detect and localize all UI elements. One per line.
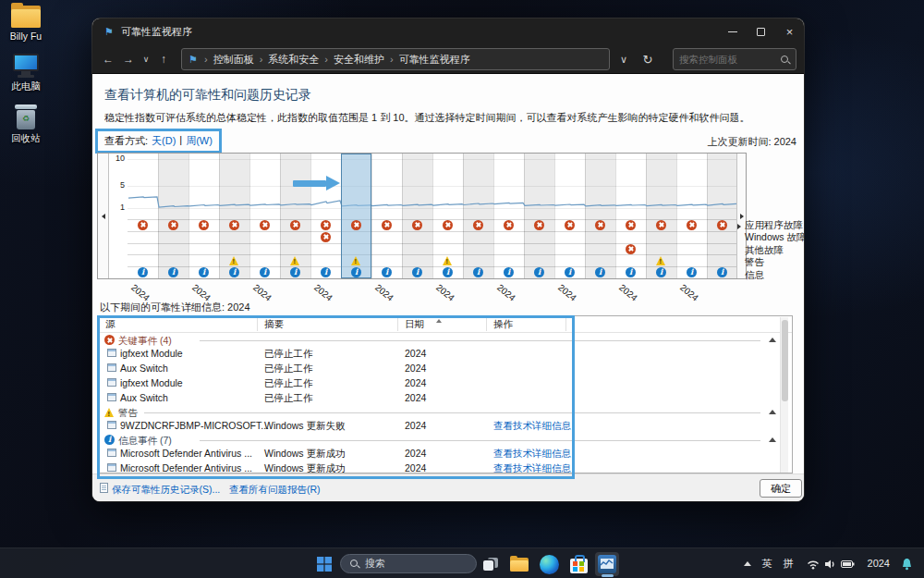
title-bar[interactable]: ⚑ 可靠性监视程序 ×: [92, 18, 804, 44]
x-axis-label: 2024: [678, 282, 700, 303]
critical-icon: [443, 220, 453, 232]
cell-summary: 已停止工作: [264, 348, 313, 361]
x-axis-label: 2024: [312, 282, 334, 303]
breadcrumb-item[interactable]: 系统和安全: [268, 54, 319, 65]
cell-date: 2024: [405, 392, 426, 403]
tray-status-icons[interactable]: [799, 559, 862, 570]
x-axis-label: 2024: [617, 282, 639, 303]
wifi-icon: [807, 559, 820, 570]
reliability-monitor-icon: [598, 555, 616, 573]
info-icon: [595, 267, 605, 278]
sort-icon[interactable]: [436, 319, 442, 323]
info-icon: [687, 267, 697, 278]
view-all-reports-link[interactable]: 查看所有问题报告(R): [229, 484, 321, 497]
task-view-button[interactable]: [479, 552, 503, 576]
column-header[interactable]: 源: [105, 318, 116, 331]
table-row[interactable]: Aux Switch已停止工作2024: [98, 390, 792, 405]
group-row[interactable]: 警告: [98, 405, 792, 418]
chart-scroll-left[interactable]: [98, 154, 109, 278]
edge-button[interactable]: [537, 552, 561, 576]
table-row[interactable]: Aux Switch已停止工作2024: [98, 361, 792, 375]
breadcrumb-item[interactable]: 控制面板: [213, 54, 254, 65]
refresh-icon[interactable]: ↻: [638, 48, 658, 70]
tray-overflow-button[interactable]: [738, 561, 757, 566]
maximize-button[interactable]: [747, 18, 775, 44]
x-axis-label: 2024: [251, 282, 274, 303]
app-window-icon: [107, 363, 116, 372]
store-button[interactable]: [566, 552, 590, 576]
column-header[interactable]: 操作: [493, 318, 513, 331]
column-header[interactable]: 摘要: [264, 318, 284, 331]
address-dropdown-icon[interactable]: ∨: [615, 48, 632, 70]
collapse-chevron-icon[interactable]: [769, 410, 776, 414]
breadcrumb-separator: ›: [324, 54, 328, 65]
search-input[interactable]: [679, 54, 780, 65]
cell-source: Aux Switch: [120, 392, 168, 403]
column-header[interactable]: 日期: [405, 318, 424, 331]
cell-date: 2024: [405, 420, 426, 431]
desktop-icon-billy-fu[interactable]: Billy Fu: [0, 6, 52, 42]
critical-icon: [504, 220, 514, 232]
close-button[interactable]: ×: [775, 18, 804, 44]
table-row[interactable]: igfxext Module已停止工作2024: [98, 375, 792, 390]
legend-item: 警告: [745, 256, 804, 268]
group-rule: [200, 340, 760, 341]
save-file-icon: [100, 483, 108, 493]
control-panel-search[interactable]: [673, 48, 796, 70]
address-bar[interactable]: ⚑ ›控制面板›系统和安全›安全和维护›可靠性监视程序: [181, 48, 610, 70]
view-by-days-link[interactable]: 天(D): [152, 134, 176, 148]
app-window-icon: [107, 463, 116, 472]
start-button[interactable]: [312, 552, 336, 576]
desktop-icon-this-pc[interactable]: 此电脑: [0, 54, 52, 93]
table-row[interactable]: igfxext Module已停止工作2024: [98, 346, 792, 361]
ok-button[interactable]: 确定: [760, 479, 802, 498]
cell-source: igfxext Module: [120, 348, 183, 359]
reliability-monitor-window: ⚑ 可靠性监视程序 × ← → ∨ ↑ ⚑ ›控制面板›系统和安全›安全和维护›…: [92, 18, 804, 501]
group-row[interactable]: 关键事件 (4): [98, 333, 792, 346]
x-axis-label: 2024: [495, 282, 517, 303]
ime-language-pinyin[interactable]: 拼: [778, 557, 799, 571]
collapse-chevron-icon[interactable]: [769, 437, 776, 442]
info-icon: [351, 267, 361, 278]
back-button[interactable]: ←: [98, 53, 118, 66]
view-details-link[interactable]: 查看技术详细信息: [493, 448, 571, 461]
taskbar-search[interactable]: 搜索: [340, 554, 477, 573]
info-icon: [565, 267, 575, 278]
critical-icon: [656, 220, 666, 232]
minimize-button[interactable]: [718, 18, 747, 44]
collapse-chevron-icon[interactable]: [769, 338, 776, 342]
speaker-icon: [824, 559, 836, 570]
breadcrumb-item[interactable]: 可靠性监视程序: [399, 54, 470, 65]
ime-language-en[interactable]: 英: [757, 557, 778, 571]
search-icon: [780, 55, 790, 65]
x-axis-label: 2024: [373, 282, 395, 303]
file-explorer-button[interactable]: [507, 552, 531, 576]
stability-index-line: [128, 154, 736, 220]
table-row[interactable]: Microsoft Defender Antivirus ...Windows …: [98, 446, 792, 461]
clock[interactable]: 2024: [862, 559, 895, 569]
reliability-monitor-taskbar-button[interactable]: [595, 552, 619, 576]
forward-button[interactable]: →: [118, 53, 139, 66]
critical-icon: [321, 232, 331, 244]
view-by-weeks-link[interactable]: 周(W): [186, 134, 213, 148]
task-view-icon: [483, 558, 498, 571]
save-history-link[interactable]: 保存可靠性历史记录(S)...: [112, 484, 220, 497]
table-row[interactable]: 9WZDNCRFJBMP-MICROSOFT...Windows 更新失败202…: [98, 418, 792, 433]
notification-bell-button[interactable]: [895, 558, 924, 571]
group-row[interactable]: 信息事件 (7): [98, 433, 792, 446]
cell-date: 2024: [405, 462, 426, 473]
x-axis-label: 2024: [556, 282, 578, 303]
cell-date: 2024: [405, 348, 426, 359]
desktop-icon-label: 此电脑: [0, 80, 52, 93]
up-button[interactable]: ↑: [153, 53, 174, 66]
cell-summary: 已停止工作: [264, 377, 313, 390]
scroll-left-icon: [102, 214, 105, 219]
table-row[interactable]: Microsoft Defender Antivirus ...Windows …: [98, 461, 792, 473]
breadcrumb-item[interactable]: 安全和维护: [334, 54, 384, 65]
desktop-icon-recycle-bin[interactable]: ♻ 回收站: [0, 105, 52, 145]
recent-pages-icon[interactable]: ∨: [139, 55, 153, 64]
view-details-link[interactable]: 查看技术详细信息: [493, 462, 571, 473]
app-window-icon: [107, 421, 116, 429]
view-details-link[interactable]: 查看技术详细信息: [493, 420, 571, 433]
app-window-icon: [107, 449, 116, 457]
